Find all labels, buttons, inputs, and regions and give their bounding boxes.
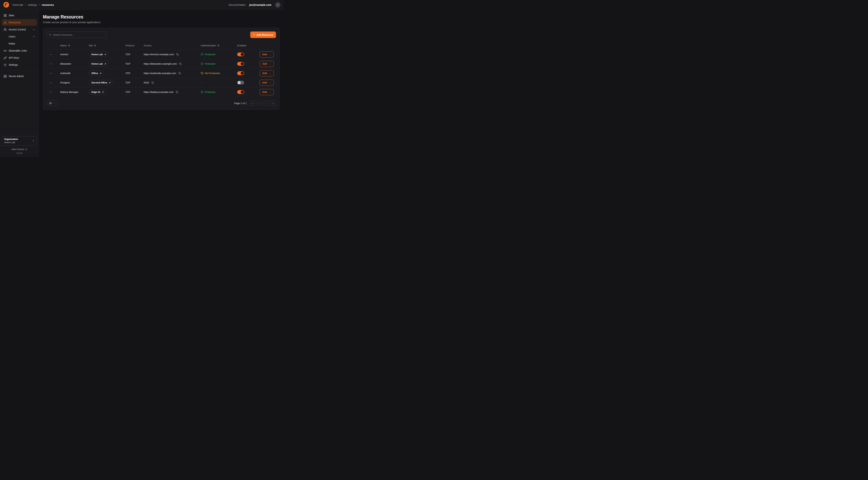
server-icon (4, 75, 7, 78)
sidebar-item-roles[interactable]: Roles (2, 40, 37, 47)
site-link[interactable]: Home Lab↗ (89, 61, 109, 67)
sidebar-footer: Organization Home Lab Open Source v1.3.0 (0, 134, 39, 157)
table-row: ⋯ Authentik Office↗ TCP https://authenti… (47, 68, 276, 78)
ellipsis-icon: ⋯ (50, 81, 53, 84)
app-logo[interactable] (3, 2, 9, 8)
sidebar-item-api-keys[interactable]: API Keys (2, 55, 37, 61)
external-link-icon: ↗ (100, 72, 101, 74)
sidebar-item-label: Users (9, 35, 16, 38)
header-access: Access (144, 44, 201, 47)
copy-icon[interactable] (178, 72, 181, 75)
row-menu-button[interactable]: ⋯ (47, 80, 54, 85)
resource-name: Immich (60, 53, 89, 56)
page-size-value: 20 (49, 102, 52, 104)
enabled-toggle[interactable] (237, 90, 244, 94)
external-link-icon: ↗ (104, 53, 106, 56)
header-protocol: Protocol (125, 44, 144, 47)
site-link[interactable]: Second Office↗ (89, 80, 113, 85)
first-page-button[interactable]: « (250, 101, 255, 106)
row-menu-button[interactable]: ⋯ (47, 71, 54, 76)
previous-page-button[interactable]: ‹ (257, 101, 262, 106)
resource-name: Bitwarden (60, 62, 89, 65)
header-authentication[interactable]: Authentication ⇅ (201, 44, 237, 47)
row-menu-button[interactable]: ⋯ (47, 90, 54, 94)
sidebar-item-label: Shareable Links (9, 49, 27, 52)
edit-button[interactable]: Edit→ (260, 89, 274, 95)
search-box (47, 31, 106, 38)
site-link[interactable]: Home Lab↗ (89, 52, 109, 57)
breadcrumb-resources[interactable]: resources (42, 3, 54, 6)
sort-icon: ⇅ (94, 44, 96, 47)
sidebar-item-label: Sites (9, 14, 14, 17)
last-page-button[interactable]: » (271, 101, 276, 106)
site-link[interactable]: Edge 01↗ (89, 89, 106, 95)
sort-icon: ⇅ (68, 44, 70, 47)
site-link[interactable]: Office↗ (89, 70, 104, 76)
sidebar-item-sites[interactable]: Sites (2, 12, 37, 19)
access-url: https://authentik.example.com (144, 72, 176, 74)
copy-icon[interactable] (179, 62, 182, 65)
sidebar-item-settings[interactable]: Settings (2, 62, 37, 68)
documentation-link[interactable]: Documentation (228, 3, 246, 6)
users-icon (4, 28, 7, 31)
sidebar-item-label: Resources (9, 21, 21, 24)
header-name[interactable]: Name ⇅ (60, 44, 89, 47)
chevron-left-icon: ‹ (259, 102, 260, 104)
grid-icon (4, 14, 7, 17)
edit-button[interactable]: Edit→ (260, 70, 274, 77)
main-content: Manage Resources Create secure proxies t… (39, 10, 284, 157)
shield-check-icon (201, 62, 204, 65)
search-input[interactable] (47, 31, 106, 38)
shield-off-icon (201, 72, 204, 74)
shell: Sites Resources Access Control (0, 10, 284, 157)
next-page-button[interactable]: › (264, 101, 269, 106)
sidebar-nav: Sites Resources Access Control (0, 10, 39, 134)
external-link-icon: ↗ (102, 91, 104, 93)
external-link-icon: ↗ (104, 63, 106, 65)
auth-status: - (201, 81, 237, 84)
copy-icon[interactable] (151, 81, 154, 84)
protocol: TCP (125, 72, 144, 74)
organization-selector[interactable]: Organization Home Lab (2, 136, 37, 146)
chevrons-left-icon: « (252, 102, 253, 104)
user-email[interactable]: joe@example.com (249, 3, 272, 6)
sidebar-item-access-control[interactable]: Access Control (2, 26, 37, 33)
enabled-toggle[interactable] (237, 62, 244, 66)
avatar[interactable]: J (275, 2, 280, 8)
edit-button[interactable]: Edit→ (260, 61, 274, 67)
search-icon (49, 33, 52, 36)
header-site[interactable]: Site ⇅ (89, 44, 125, 47)
chevron-right-icon: › (266, 102, 267, 104)
shield-check-icon (201, 91, 204, 93)
sidebar-item-users[interactable]: Users (2, 33, 37, 40)
breadcrumb: home-lab > settings > resources (12, 3, 54, 6)
version-label: v1.3.0 (2, 152, 37, 154)
resources-card: + Add Resource Name ⇅ Site ⇅ (43, 28, 280, 110)
edit-button[interactable]: Edit→ (260, 51, 274, 58)
sidebar-item-server-admin[interactable]: Server Admin (2, 73, 37, 80)
table-row: ⋯ Immich Home Lab↗ TCP https://immich.ex… (47, 50, 276, 59)
chevrons-right-icon: » (273, 102, 274, 104)
arrow-right-icon: → (269, 53, 271, 56)
protocol: TCP (125, 53, 144, 56)
row-menu-button[interactable]: ⋯ (47, 62, 54, 66)
add-resource-button[interactable]: + Add Resource (250, 31, 276, 38)
ellipsis-icon: ⋯ (50, 90, 53, 94)
row-menu-button[interactable]: ⋯ (47, 52, 54, 57)
enabled-toggle[interactable] (237, 53, 244, 56)
page-size-select[interactable]: 20 (47, 100, 58, 106)
breadcrumb-separator: > (38, 3, 40, 6)
edit-button[interactable]: Edit→ (260, 80, 274, 86)
breadcrumb-settings[interactable]: settings (28, 3, 37, 6)
enabled-toggle[interactable] (237, 71, 244, 75)
breadcrumb-home-lab[interactable]: home-lab (12, 3, 23, 6)
open-source-link[interactable]: Open Source (2, 148, 37, 151)
sidebar-item-resources[interactable]: Resources (2, 19, 37, 26)
sidebar-item-shareable-links[interactable]: Shareable Links (2, 48, 37, 54)
resource-name: Battery Manager (60, 91, 89, 93)
copy-icon[interactable] (176, 90, 179, 94)
auth-status: Not Protected (201, 72, 237, 74)
enabled-toggle[interactable] (237, 81, 244, 85)
copy-icon[interactable] (176, 53, 179, 56)
page-title: Manage Resources (43, 14, 280, 20)
